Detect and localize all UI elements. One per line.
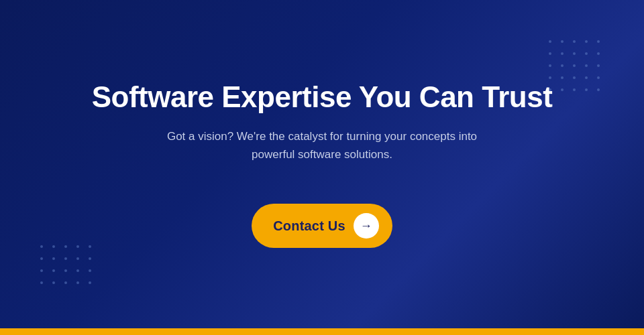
- cta-arrow-circle: →: [354, 213, 379, 239]
- hero-section: Software Expertise You Can Trust Got a v…: [0, 0, 644, 328]
- hero-subtitle: Got a vision? We're the catalyst for tur…: [148, 127, 496, 163]
- cta-label: Contact Us: [273, 218, 345, 234]
- dots-top-right: [549, 40, 604, 95]
- page-wrapper: Software Expertise You Can Trust Got a v…: [0, 0, 644, 335]
- hero-title: Software Expertise You Can Trust: [92, 80, 553, 115]
- dots-bottom-left: [40, 245, 95, 288]
- bottom-bar: [0, 328, 644, 335]
- contact-us-button[interactable]: Contact Us →: [252, 204, 392, 248]
- arrow-icon: →: [360, 220, 372, 232]
